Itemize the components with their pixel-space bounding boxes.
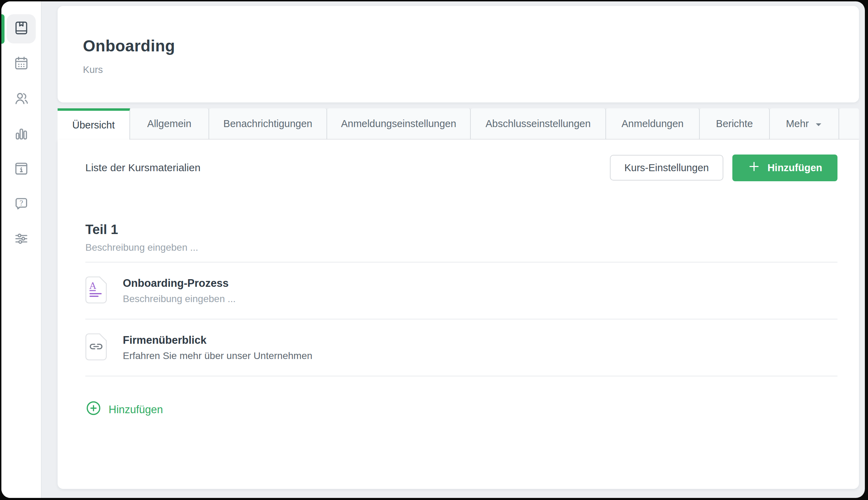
course-settings-button-label: Kurs-Einstellungen xyxy=(624,162,709,174)
tab-benachrichtigungen[interactable]: Benachrichtigungen xyxy=(209,108,327,140)
sidebar-item-info[interactable] xyxy=(7,155,36,184)
materials-list: A Onboarding-Prozess Beschreibung eingeb… xyxy=(85,262,837,376)
tab-label: Anmeldungseinstellungen xyxy=(341,118,456,130)
svg-text:A: A xyxy=(89,281,96,291)
tab-abschlusseinstellungen[interactable]: Abschlusseinstellungen xyxy=(471,108,606,140)
sidebar: ? xyxy=(1,1,42,498)
chapter-section: Teil 1 Beschreibung eingeben ... A xyxy=(85,222,837,419)
article-document-icon: A xyxy=(85,276,107,305)
add-material-button-label: Hinzufügen xyxy=(767,162,822,174)
sidebar-item-settings[interactable] xyxy=(7,225,36,254)
course-materials-panel: Liste der Kursmaterialien Kurs-Einstellu… xyxy=(58,140,859,489)
page-subtitle: Kurs xyxy=(83,64,859,75)
active-nav-indicator xyxy=(1,14,5,44)
tab-berichte[interactable]: Berichte xyxy=(700,108,770,140)
question-bubble-icon: ? xyxy=(13,195,29,213)
sidebar-item-users[interactable] xyxy=(7,84,36,114)
sliders-icon xyxy=(13,231,29,248)
chevron-down-icon xyxy=(815,118,823,130)
course-header-card: Onboarding Kurs xyxy=(58,6,859,102)
tab-label: Mehr xyxy=(786,118,809,130)
tab-bar: Übersicht Allgemein Benachrichtigungen A… xyxy=(58,108,859,140)
info-window-icon xyxy=(13,160,29,178)
tab-label: Allgemein xyxy=(147,118,191,130)
material-title: Firmenüberblick xyxy=(123,334,312,347)
tab-anmeldungseinstellungen[interactable]: Anmeldungseinstellungen xyxy=(327,108,471,140)
link-document-icon xyxy=(85,333,107,362)
plus-icon xyxy=(748,160,760,175)
sidebar-item-help[interactable]: ? xyxy=(7,190,36,219)
book-icon xyxy=(13,20,29,38)
tab-bar-filler xyxy=(839,108,859,140)
material-title: Onboarding-Prozess xyxy=(123,277,236,290)
chapter-description-placeholder[interactable]: Beschreibung eingeben ... xyxy=(85,242,837,253)
add-material-link[interactable]: Hinzufügen xyxy=(85,400,163,419)
app-window: ? Onboarding Kurs Übersicht xyxy=(1,1,865,498)
circle-plus-icon xyxy=(85,400,102,419)
sidebar-item-calendar[interactable] xyxy=(7,49,36,78)
material-description[interactable]: Erfahren Sie mehr über unser Unternehmen xyxy=(123,350,312,361)
tab-label: Übersicht xyxy=(72,119,115,131)
svg-text:?: ? xyxy=(19,199,23,207)
materials-toolbar: Liste der Kursmaterialien Kurs-Einstellu… xyxy=(85,154,837,181)
tab-label: Berichte xyxy=(716,118,753,130)
page-title: Onboarding xyxy=(83,36,859,55)
material-row-firmenueberblick[interactable]: Firmenüberblick Erfahren Sie mehr über u… xyxy=(85,319,837,376)
material-row-onboarding-prozess[interactable]: A Onboarding-Prozess Beschreibung eingeb… xyxy=(85,262,837,319)
users-icon xyxy=(13,90,29,108)
chapter-title[interactable]: Teil 1 xyxy=(85,222,837,237)
add-material-button[interactable]: Hinzufügen xyxy=(732,155,837,181)
tab-label: Anmeldungen xyxy=(622,118,684,130)
tab-uebersicht[interactable]: Übersicht xyxy=(58,108,130,140)
material-description-placeholder[interactable]: Beschreibung eingeben ... xyxy=(123,293,236,305)
tab-mehr[interactable]: Mehr xyxy=(770,108,839,140)
calendar-icon xyxy=(13,55,29,73)
sidebar-item-courses[interactable] xyxy=(7,14,36,43)
tab-label: Abschlusseinstellungen xyxy=(485,118,590,130)
course-settings-button[interactable]: Kurs-Einstellungen xyxy=(610,155,723,181)
tab-label: Benachrichtigungen xyxy=(223,118,312,130)
sidebar-item-reports[interactable] xyxy=(7,119,36,149)
materials-list-label: Liste der Kursmaterialien xyxy=(85,162,201,174)
tab-anmeldungen[interactable]: Anmeldungen xyxy=(606,108,700,140)
main-area: Onboarding Kurs Übersicht Allgemein Bena… xyxy=(42,1,865,498)
bar-chart-icon xyxy=(13,125,29,143)
tab-allgemein[interactable]: Allgemein xyxy=(130,108,209,140)
add-material-link-label: Hinzufügen xyxy=(109,403,163,416)
